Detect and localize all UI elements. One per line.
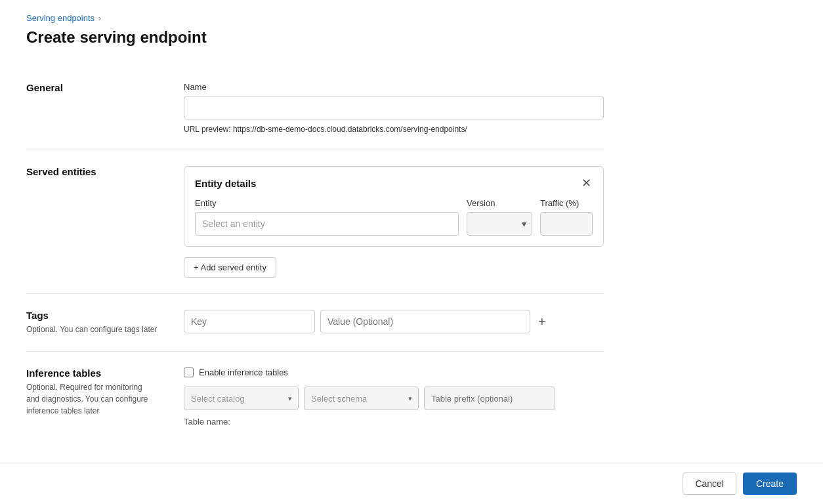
entity-card-header: Entity details ✕ [195, 177, 593, 189]
enable-inference-row: Enable inference tables [184, 368, 604, 377]
entity-select[interactable]: Select an entity [195, 212, 459, 236]
add-served-entity-button[interactable]: + Add served entity [184, 257, 276, 278]
footer: Cancel Create [0, 463, 823, 504]
name-field-label: Name [184, 82, 604, 92]
tags-row: + [184, 310, 604, 333]
version-select[interactable]: ▾ [467, 212, 532, 236]
catalog-select[interactable]: Select catalog [184, 387, 299, 410]
breadcrumb-link[interactable]: Serving endpoints [26, 13, 95, 23]
tag-value-input[interactable] [320, 310, 530, 333]
served-entities-section-label: Served entities [26, 166, 158, 278]
general-content: Name URL preview: https://db-sme-demo-do… [184, 82, 604, 134]
entity-card-title: Entity details [195, 178, 256, 189]
entity-card: Entity details ✕ Entity Select an entity… [184, 166, 604, 247]
enable-inference-label[interactable]: Enable inference tables [199, 368, 288, 377]
general-section: General Name URL preview: https://db-sme… [26, 66, 604, 150]
inference-tables-section-label: Inference tables Optional. Required for … [26, 368, 158, 427]
tag-key-input[interactable] [184, 310, 315, 333]
tags-content: + [184, 310, 604, 335]
name-input[interactable] [184, 96, 604, 119]
add-entity-label: + Add served entity [194, 262, 266, 272]
add-tag-icon: + [538, 314, 546, 329]
traffic-label: Traffic (%) [540, 198, 593, 208]
served-entities-content: Entity details ✕ Entity Select an entity… [184, 166, 604, 278]
tags-section: Tags Optional. You can configure tags la… [26, 294, 604, 352]
url-preview-value: https://db-sme-demo-docs.cloud.databrick… [233, 125, 467, 134]
entity-field-version: Version ▾ [467, 198, 532, 236]
table-name-label: Table name: [184, 417, 230, 427]
served-entities-section: Served entities Entity details ✕ Entity … [26, 150, 604, 294]
tags-section-label: Tags Optional. You can configure tags la… [26, 310, 158, 335]
table-prefix-input[interactable] [424, 387, 555, 410]
catalog-select-wrapper: Select catalog [184, 387, 299, 410]
entity-label: Entity [195, 198, 459, 208]
tags-heading: Tags [26, 310, 158, 321]
create-button[interactable]: Create [743, 472, 797, 495]
enable-inference-checkbox[interactable] [184, 368, 194, 377]
traffic-input[interactable]: 100 [540, 212, 593, 236]
entity-card-close-button[interactable]: ✕ [580, 177, 593, 189]
inference-fields: Select catalog Select schema [184, 387, 604, 410]
breadcrumb: Serving endpoints › [26, 13, 604, 23]
url-preview-label: URL preview: [184, 125, 231, 134]
schema-select-wrapper: Select schema [304, 387, 419, 410]
entity-placeholder-text: Select an entity [202, 219, 265, 229]
inference-tables-section: Inference tables Optional. Required for … [26, 352, 604, 442]
table-name-row: Table name: [184, 417, 604, 427]
cancel-button[interactable]: Cancel [683, 472, 736, 495]
inference-tables-heading: Inference tables [26, 368, 158, 379]
page-title: Create serving endpoint [26, 28, 604, 47]
general-section-label: General [26, 82, 158, 134]
version-label: Version [467, 198, 532, 208]
breadcrumb-separator: › [98, 14, 101, 23]
inference-tables-content: Enable inference tables Select catalog S… [184, 368, 604, 427]
entity-field-entity: Entity Select an entity [195, 198, 459, 236]
version-chevron-icon: ▾ [522, 219, 526, 229]
url-preview: URL preview: https://db-sme-demo-docs.cl… [184, 125, 604, 134]
add-tag-button[interactable]: + [536, 315, 549, 328]
served-entities-heading: Served entities [26, 166, 158, 177]
schema-select[interactable]: Select schema [304, 387, 419, 410]
inference-tables-description: Optional. Required for monitoring and di… [26, 381, 158, 417]
entity-fields: Entity Select an entity Version ▾ Tra [195, 198, 593, 236]
general-heading: General [26, 82, 158, 93]
entity-field-traffic: Traffic (%) 100 [540, 198, 593, 236]
tags-description: Optional. You can configure tags later [26, 324, 158, 335]
